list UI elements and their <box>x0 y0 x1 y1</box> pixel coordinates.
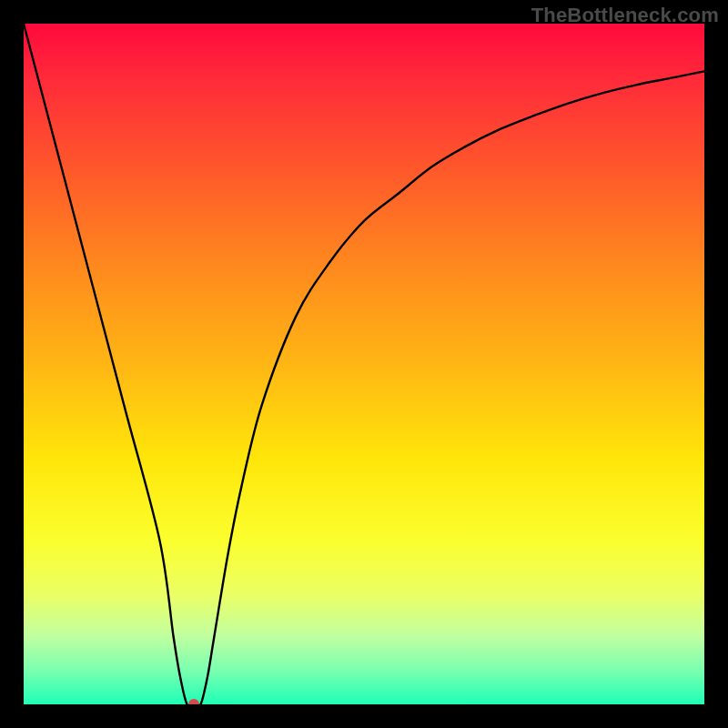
watermark-text: TheBottleneck.com <box>531 4 719 27</box>
svg-point-0 <box>188 699 199 704</box>
chart-frame: TheBottleneck.com <box>0 0 728 728</box>
plot-area <box>24 24 704 704</box>
bottleneck-curve <box>24 24 704 704</box>
